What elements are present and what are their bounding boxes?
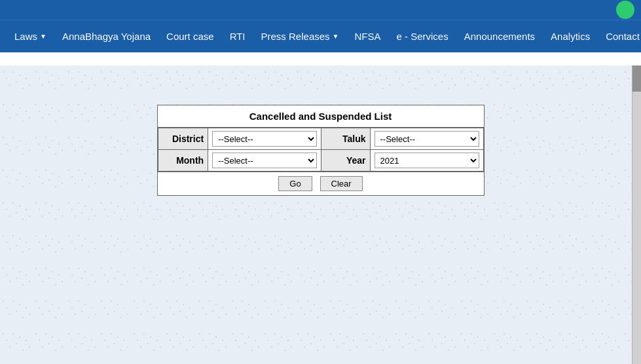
nav-item-nfsa[interactable]: NFSA <box>346 20 388 52</box>
year-label: Year <box>321 150 370 172</box>
district-cell: --Select-- <box>208 128 321 150</box>
district-label: District <box>158 128 208 150</box>
chevron-down-icon: ▼ <box>40 33 46 40</box>
year-select[interactable]: 2021 2020 2019 2018 <box>375 153 479 168</box>
avatar <box>616 1 634 19</box>
clear-button[interactable]: Clear <box>320 176 363 191</box>
month-label: Month <box>158 150 208 172</box>
nav-item-e-services[interactable]: e - Services <box>389 20 456 52</box>
button-row: Go Clear <box>158 172 484 195</box>
district-taluk-row: District --Select-- Taluk --Select-- <box>158 128 483 150</box>
nav-item-announcements[interactable]: Announcements <box>456 20 543 52</box>
month-year-row: Month --Select-- Year 2021 2020 2019 201… <box>158 150 483 172</box>
scrollbar[interactable] <box>632 65 641 364</box>
nav-item-analytics[interactable]: Analytics <box>543 20 598 52</box>
main-content: Cancelled and Suspended List District --… <box>0 65 641 364</box>
form-container: Cancelled and Suspended List District --… <box>157 105 485 196</box>
taluk-label: Taluk <box>321 128 370 150</box>
month-cell: --Select-- <box>208 150 321 172</box>
taluk-cell: --Select-- <box>370 128 483 150</box>
separator-bar <box>0 52 641 65</box>
scrollbar-thumb[interactable] <box>632 65 641 92</box>
nav-item-press-releases[interactable]: Press Releases ▼ <box>253 20 347 52</box>
go-button[interactable]: Go <box>278 176 312 191</box>
nav-item-rti[interactable]: RTI <box>222 20 253 52</box>
form-table: District --Select-- Taluk --Select-- <box>158 128 484 172</box>
month-select[interactable]: --Select-- <box>212 153 317 168</box>
taluk-select[interactable]: --Select-- <box>375 131 479 147</box>
nav-item-court-case[interactable]: Court case <box>158 20 222 52</box>
chevron-down-icon-press: ▼ <box>333 33 339 40</box>
year-cell: 2021 2020 2019 2018 <box>370 150 483 172</box>
nav-item-laws[interactable]: Laws ▼ <box>7 20 54 52</box>
nav-item-contact-us[interactable]: Contact Us <box>598 20 641 52</box>
district-select[interactable]: --Select-- <box>212 131 317 147</box>
nav-item-annabhagya[interactable]: AnnaBhagya Yojana <box>54 20 158 52</box>
main-nav: Laws ▼ AnnaBhagya Yojana Court case RTI … <box>0 20 641 52</box>
form-title: Cancelled and Suspended List <box>158 105 484 128</box>
top-bar <box>0 0 641 20</box>
